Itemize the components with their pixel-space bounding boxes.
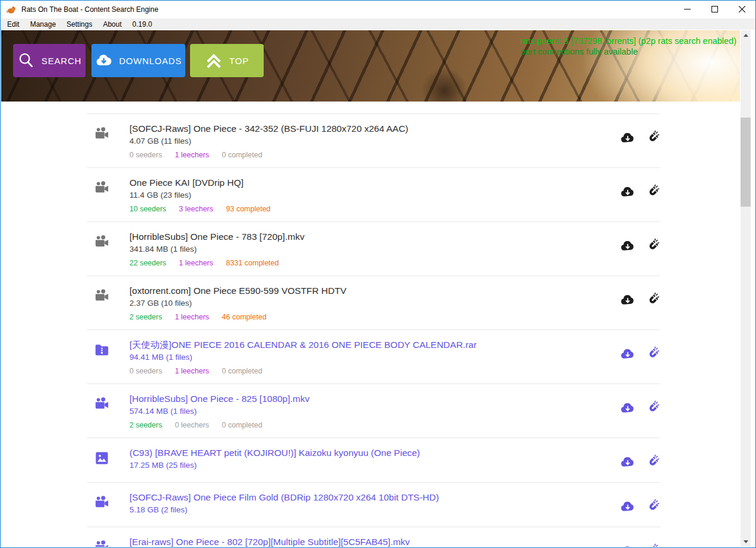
app-version: 0.19.0	[127, 20, 157, 28]
video-icon	[87, 495, 129, 516]
magnet-link-icon[interactable]	[645, 130, 660, 145]
results-list: [SOFCJ-Raws] One Piece - 342-352 (BS-FUJ…	[87, 113, 660, 547]
maximize-icon	[711, 4, 718, 15]
result-size: 4.07 GB (11 files)	[129, 135, 615, 147]
completed-count: 46 completed	[222, 313, 267, 321]
archive-icon	[87, 342, 129, 376]
titlebar: Rats On The Boat - Content Search Engine	[1, 1, 755, 18]
menu-manage[interactable]: Manage	[25, 20, 61, 28]
result-size: 17.25 MB (25 files)	[129, 460, 615, 471]
video-icon	[87, 234, 129, 268]
leechers-count: 3 leechers	[179, 205, 213, 213]
result-size: 2.37 GB (10 files)	[129, 297, 615, 309]
close-button[interactable]	[728, 1, 755, 18]
cloud-download-icon[interactable]	[620, 543, 635, 547]
cloud-download-icon[interactable]	[620, 454, 635, 470]
magnet-link-icon[interactable]	[645, 454, 660, 470]
seeders-count: 0 seeders	[129, 151, 162, 159]
chevrons-up-icon	[205, 52, 223, 69]
video-icon	[87, 180, 129, 214]
cloud-download-icon[interactable]	[620, 130, 635, 145]
result-title-link[interactable]: [Erai-raws] One Piece - 802 [720p][Multi…	[129, 536, 615, 547]
result-title-link[interactable]: (C93) [BRAVE HEART petit (KOJIROU!)] Kai…	[129, 446, 615, 459]
result-row: [天使动漫]ONE PIECE 2016 CALENDAR & 2016 ONE…	[87, 330, 660, 384]
close-icon	[739, 4, 745, 15]
result-stats: 0 seeders 1 leechers 0 completed	[129, 150, 615, 160]
magnet-link-icon[interactable]	[645, 238, 660, 254]
cloud-download-icon	[95, 52, 112, 69]
scroll-up-button[interactable]	[741, 30, 751, 40]
minimize-button[interactable]	[673, 1, 701, 18]
results-area: [SOFCJ-Raws] One Piece - 342-352 (BS-FUJ…	[1, 102, 740, 547]
cloud-download-icon[interactable]	[620, 292, 635, 308]
leechers-count: 1 leechers	[175, 151, 209, 159]
result-row: [HorribleSubs] One Piece - 825 [1080p].m…	[87, 384, 660, 438]
downloads-button[interactable]: DOWNLOADS	[91, 44, 185, 77]
result-row: (C93) [BRAVE HEART petit (KOJIROU!)] Kai…	[87, 438, 660, 483]
seeders-count: 2 seeders	[129, 313, 162, 321]
result-title-link[interactable]: One Piece KAI [DVDrip HQ]	[129, 176, 615, 189]
app-rat-icon	[6, 4, 17, 15]
result-title-link[interactable]: [oxtorrent.com] One Piece E590-599 VOSTF…	[129, 284, 615, 297]
result-row: One Piece KAI [DVDrip HQ] 11.4 GB (23 fi…	[87, 168, 660, 222]
leechers-count: 1 leechers	[175, 313, 209, 321]
result-title-link[interactable]: [HorribleSubs] One Piece - 783 [720p].mk…	[129, 230, 615, 243]
cloud-download-icon[interactable]	[620, 238, 635, 254]
app-window: Rats On The Boat - Content Search Engine…	[0, 0, 756, 548]
video-icon	[87, 126, 129, 160]
result-row: [HorribleSubs] One Piece - 783 [720p].mk…	[87, 222, 660, 276]
search-button[interactable]: SEARCH	[13, 44, 86, 77]
magnet-link-icon[interactable]	[645, 499, 660, 514]
peers-status-line1: rats peers: 3 [737298 torrents] (p2p rat…	[520, 36, 736, 46]
magnet-link-icon[interactable]	[645, 400, 660, 416]
image-icon	[87, 450, 129, 471]
magnet-link-icon[interactable]	[645, 292, 660, 308]
result-size: 574.14 MB (1 files)	[129, 406, 615, 417]
seeders-count: 10 seeders	[129, 205, 166, 213]
magnet-link-icon[interactable]	[645, 543, 660, 547]
cloud-download-icon[interactable]	[620, 346, 635, 362]
video-icon	[87, 288, 129, 322]
result-stats: 2 seeders 0 leechers 0 completed	[129, 420, 615, 430]
menu-settings[interactable]: Settings	[61, 20, 97, 28]
result-title-link[interactable]: [HorribleSubs] One Piece - 825 [1080p].m…	[129, 392, 615, 405]
cloud-download-icon[interactable]	[620, 499, 635, 514]
scroll-down-button[interactable]	[741, 537, 751, 547]
scrollbar-thumb[interactable]	[741, 118, 751, 207]
leechers-count: 0 leechers	[175, 421, 209, 429]
peers-status-line2: port connections fully available	[520, 46, 736, 57]
menu-about[interactable]: About	[97, 20, 126, 28]
completed-count: 93 completed	[226, 205, 271, 213]
header-banner: SEARCHDOWNLOADSTOP rats peers: 3 [737298…	[1, 30, 740, 102]
completed-count: 0 completed	[222, 421, 262, 429]
search-icon	[17, 52, 35, 69]
window-controls	[673, 1, 755, 18]
leechers-count: 1 leechers	[179, 259, 213, 267]
seeders-count: 22 seeders	[129, 259, 166, 267]
cloud-download-icon[interactable]	[620, 184, 635, 199]
result-title-link[interactable]: [天使动漫]ONE PIECE 2016 CALENDAR & 2016 ONE…	[129, 338, 615, 351]
video-icon	[87, 539, 129, 547]
result-title-link[interactable]: [SOFCJ-Raws] One Piece - 342-352 (BS-FUJ…	[129, 122, 615, 135]
leechers-count: 1 leechers	[175, 367, 209, 375]
maximize-button[interactable]	[701, 1, 728, 18]
minimize-icon	[684, 4, 691, 15]
menubar: Edit Manage Settings About 0.19.0	[1, 18, 755, 30]
menu-edit[interactable]: Edit	[2, 20, 25, 28]
result-size: 94.41 MB (1 files)	[129, 351, 615, 363]
header-button-label: TOP	[229, 56, 249, 66]
scroll-up-icon	[744, 34, 748, 37]
magnet-link-icon[interactable]	[645, 184, 660, 199]
cloud-download-icon[interactable]	[620, 400, 635, 416]
result-size: 5.18 GB (2 files)	[129, 504, 615, 516]
header-button-label: DOWNLOADS	[119, 56, 182, 66]
result-size: 341.84 MB (1 files)	[129, 243, 615, 255]
seeders-count: 2 seeders	[129, 421, 162, 429]
result-stats: 10 seeders 3 leechers 93 completed	[129, 204, 615, 214]
magnet-link-icon[interactable]	[645, 346, 660, 362]
vertical-scrollbar[interactable]	[741, 30, 751, 547]
result-row: [oxtorrent.com] One Piece E590-599 VOSTF…	[87, 276, 660, 330]
result-title-link[interactable]: [SOFCJ-Raws] One Piece Film Gold (BDRip …	[129, 491, 615, 503]
top-button[interactable]: TOP	[190, 44, 264, 77]
peer-status: rats peers: 3 [737298 torrents] (p2p rat…	[520, 36, 736, 57]
